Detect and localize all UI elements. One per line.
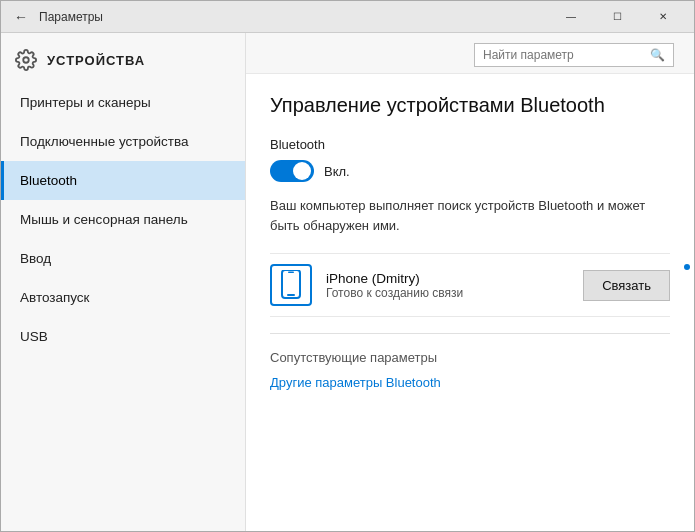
search-icon: 🔍 — [650, 48, 665, 62]
window: ← Параметры — ☐ ✕ УСТРОЙСТВА Пр — [0, 0, 695, 532]
sidebar-item-autorun[interactable]: Автозапуск — [1, 278, 245, 317]
svg-point-0 — [23, 57, 29, 63]
bluetooth-description: Ваш компьютер выполняет поиск устройств … — [270, 196, 650, 235]
bluetooth-label: Bluetooth — [270, 137, 670, 152]
sidebar: УСТРОЙСТВА Принтеры и сканерыПодключенны… — [1, 33, 246, 531]
titlebar: ← Параметры — ☐ ✕ — [1, 1, 694, 33]
device-name: iPhone (Dmitry) — [326, 271, 569, 286]
device-card: iPhone (Dmitry) Готово к созданию связи … — [270, 253, 670, 317]
related-settings: Сопутствующие параметры Другие параметры… — [270, 333, 670, 391]
svg-rect-3 — [288, 272, 294, 274]
window-controls: — ☐ ✕ — [548, 1, 686, 33]
gear-icon — [15, 49, 37, 71]
panel-header: 🔍 — [246, 33, 694, 74]
search-input[interactable] — [483, 48, 650, 62]
sidebar-item-connected[interactable]: Подключенные устройства — [1, 122, 245, 161]
main-content: УСТРОЙСТВА Принтеры и сканерыПодключенны… — [1, 33, 694, 531]
close-button[interactable]: ✕ — [640, 1, 686, 33]
device-info: iPhone (Dmitry) Готово к созданию связи — [326, 271, 569, 300]
toggle-knob — [293, 162, 311, 180]
section-title: Управление устройствами Bluetooth — [270, 94, 670, 117]
sidebar-item-mouse[interactable]: Мышь и сенсорная панель — [1, 200, 245, 239]
maximize-button[interactable]: ☐ — [594, 1, 640, 33]
minimize-button[interactable]: — — [548, 1, 594, 33]
toggle-row: Вкл. — [270, 160, 670, 182]
device-status: Готово к созданию связи — [326, 286, 569, 300]
panel-body: Управление устройствами Bluetooth Blueto… — [246, 74, 694, 531]
svg-rect-2 — [287, 294, 295, 296]
sidebar-item-input[interactable]: Ввод — [1, 239, 245, 278]
right-panel: 🔍 Управление устройствами Bluetooth Blue… — [246, 33, 694, 531]
sidebar-item-usb[interactable]: USB — [1, 317, 245, 356]
sidebar-item-bluetooth[interactable]: Bluetooth — [1, 161, 245, 200]
connect-button[interactable]: Связать — [583, 270, 670, 301]
sidebar-item-printers[interactable]: Принтеры и сканеры — [1, 83, 245, 122]
bluetooth-toggle[interactable] — [270, 160, 314, 182]
search-container[interactable]: 🔍 — [474, 43, 674, 67]
sidebar-header: УСТРОЙСТВА — [1, 33, 245, 83]
related-title: Сопутствующие параметры — [270, 350, 670, 365]
back-button[interactable]: ← — [9, 5, 33, 29]
device-icon — [270, 264, 312, 306]
toggle-label: Вкл. — [324, 164, 350, 179]
bluetooth-settings-link[interactable]: Другие параметры Bluetooth — [270, 375, 441, 390]
scroll-indicator — [684, 264, 690, 270]
sidebar-title: УСТРОЙСТВА — [47, 53, 145, 68]
nav-list: Принтеры и сканерыПодключенные устройств… — [1, 83, 245, 356]
window-title: Параметры — [33, 10, 548, 24]
svg-rect-1 — [282, 270, 300, 298]
